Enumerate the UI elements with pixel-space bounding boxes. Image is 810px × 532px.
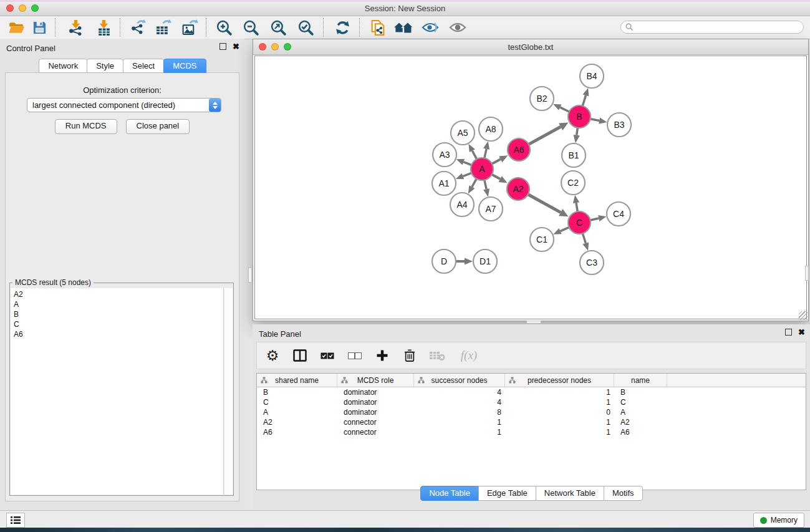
tab-node-table[interactable]: Node Table	[420, 486, 479, 501]
graph-edge-A2-C[interactable]	[527, 194, 561, 213]
column-header-successor-nodes[interactable]: successor nodes	[414, 374, 505, 387]
column-header-name[interactable]: name	[614, 374, 667, 387]
graph-node-C[interactable]: C	[568, 211, 591, 234]
network-graph-svg: B4B2BB3A8A5A6A3B1AA1C2A2A4A7C4CC1C3DD1	[255, 56, 808, 321]
vertical-splitter-handle[interactable]	[248, 268, 252, 283]
import-network-icon[interactable]	[64, 17, 87, 38]
graph-node-A5[interactable]: A5	[451, 121, 475, 145]
show-selected-icon[interactable]	[446, 17, 469, 38]
graph-node-B[interactable]: B	[568, 105, 591, 128]
task-history-button[interactable]	[6, 513, 25, 528]
mcds-result-item-a2[interactable]: A2	[11, 289, 223, 299]
titlebar[interactable]: Session: New Session	[0, 2, 810, 16]
graph-node-C4[interactable]: C4	[607, 202, 630, 226]
window-resize-grip[interactable]	[799, 311, 808, 320]
network-canvas[interactable]: B4B2BB3A8A5A6A3B1AA1C2A2A4A7C4CC1C3DD1	[254, 56, 807, 319]
show-columns-icon[interactable]	[291, 346, 309, 365]
column-header-predecessor-nodes[interactable]: predecessor nodes	[505, 374, 614, 387]
graph-node-A1[interactable]: A1	[432, 172, 456, 195]
float-panel-icon[interactable]	[219, 43, 226, 50]
table-settings-icon[interactable]: ⚙	[263, 346, 282, 365]
delete-table-icon[interactable]	[428, 346, 446, 365]
graph-node-A2[interactable]: A2	[507, 178, 529, 200]
mcds-result-item-a[interactable]: A	[11, 299, 223, 309]
zoom-out-icon[interactable]	[239, 17, 262, 38]
cell: B	[257, 387, 337, 397]
mcds-result-item-b[interactable]: B	[11, 309, 223, 319]
graph-node-A7[interactable]: A7	[479, 197, 503, 221]
graph-node-C2[interactable]: C2	[561, 171, 585, 195]
table-row-c[interactable]: Cdominator41C	[257, 397, 806, 407]
graph-node-A3[interactable]: A3	[433, 143, 456, 167]
delete-row-icon[interactable]	[400, 346, 419, 365]
graph-node-B3[interactable]: B3	[607, 113, 631, 137]
column-header-shared-name[interactable]: shared name	[257, 374, 337, 387]
graph-node-C1[interactable]: C1	[530, 228, 554, 251]
hide-selected-icon[interactable]	[419, 17, 441, 38]
show-all-networks-icon[interactable]	[392, 17, 417, 38]
zoom-fit-icon[interactable]	[267, 17, 289, 38]
refresh-icon[interactable]	[331, 17, 354, 38]
add-row-icon[interactable]	[373, 346, 392, 365]
open-session-icon[interactable]	[5, 17, 27, 38]
network-window-titlebar[interactable]: testGlobe.txt	[253, 39, 808, 55]
graph-node-A6[interactable]: A6	[508, 138, 530, 161]
float-panel-icon[interactable]	[785, 329, 792, 336]
function-builder-icon[interactable]: f(x)	[455, 346, 483, 365]
tab-edge-table[interactable]: Edge Table	[478, 486, 536, 501]
clone-network-icon[interactable]	[367, 17, 389, 38]
svg-text:B4: B4	[586, 71, 597, 81]
deselect-all-icon[interactable]	[345, 346, 364, 365]
optimization-criterion-select[interactable]: largest connected component (directed)	[27, 98, 221, 112]
horizontal-splitter-handle[interactable]	[526, 321, 541, 324]
table-row-a2[interactable]: A2connector11A2	[257, 417, 806, 427]
graph-node-D1[interactable]: D1	[473, 249, 497, 273]
import-table-icon[interactable]	[92, 17, 115, 38]
mcds-result-scrollbar[interactable]	[224, 288, 233, 495]
graph-node-B4[interactable]: B4	[580, 64, 604, 88]
save-session-icon[interactable]	[28, 17, 51, 38]
network-view-window[interactable]: testGlobe.txt B4B2BB3A8A5A6A3B1AA1C2A2A4…	[253, 39, 809, 321]
graph-node-A4[interactable]: A4	[450, 193, 474, 216]
tab-style[interactable]: Style	[87, 59, 123, 73]
graph-node-C3[interactable]: C3	[580, 251, 604, 274]
table-row-b[interactable]: Bdominator41B	[257, 387, 806, 397]
close-panel-button[interactable]: Close panel	[126, 119, 190, 134]
tab-motifs[interactable]: Motifs	[604, 486, 643, 501]
graph-node-A[interactable]: A	[471, 158, 493, 180]
export-network-icon[interactable]	[127, 17, 149, 38]
select-all-icon[interactable]	[318, 346, 337, 365]
tab-network-table[interactable]: Network Table	[536, 486, 604, 501]
mcds-result-item-c[interactable]: C	[11, 319, 223, 329]
zoom-in-icon[interactable]	[213, 17, 235, 38]
dropdown-stepper-icon	[209, 99, 221, 112]
tab-select[interactable]: Select	[123, 59, 164, 73]
table-row-a6[interactable]: A6connector11A6	[257, 427, 806, 437]
cell: 1	[505, 397, 614, 407]
graph-arrowhead	[598, 215, 606, 221]
graph-node-B2[interactable]: B2	[530, 87, 554, 110]
attribute-tree-icon	[261, 377, 268, 385]
graph-edge-A6-B[interactable]	[528, 127, 561, 145]
table-row-a[interactable]: Adominator80A	[257, 407, 806, 417]
close-panel-icon[interactable]: ✖	[233, 43, 239, 50]
close-panel-icon[interactable]: ✖	[798, 329, 805, 336]
graph-arrowhead	[456, 173, 465, 180]
export-table-icon[interactable]	[152, 17, 174, 38]
graph-node-A8[interactable]: A8	[479, 117, 503, 141]
tab-network[interactable]: Network	[39, 59, 87, 73]
graph-node-D[interactable]: D	[432, 249, 456, 273]
svg-text:A2: A2	[513, 184, 523, 194]
svg-text:C3: C3	[586, 258, 597, 268]
mcds-result-item-a6[interactable]: A6	[11, 329, 223, 339]
tab-mcds[interactable]: MCDS	[163, 59, 206, 73]
svg-text:B1: B1	[568, 150, 579, 160]
run-mcds-button[interactable]: Run MCDS	[55, 119, 117, 134]
graph-node-B1[interactable]: B1	[562, 143, 586, 167]
search-input[interactable]	[620, 21, 804, 34]
export-image-icon[interactable]	[178, 17, 201, 38]
memory-button[interactable]: Memory	[753, 513, 804, 528]
vertical-splitter-handle[interactable]	[805, 266, 809, 281]
column-header-mcds-role[interactable]: MCDS role	[337, 374, 414, 387]
zoom-selected-icon[interactable]	[294, 17, 317, 38]
